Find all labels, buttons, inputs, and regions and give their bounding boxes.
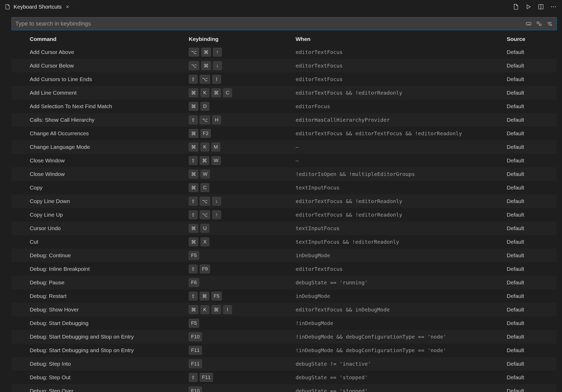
table-row[interactable]: Copy Line Up⇧⌥↑editorTextFocus && !edito… xyxy=(11,208,557,222)
command-cell: Cut xyxy=(30,239,189,245)
table-row[interactable]: Debug: Show Hover⌘K⌘IeditorTextFocus && … xyxy=(11,303,557,316)
col-source[interactable]: Source xyxy=(507,36,557,42)
key-cap: ⌘ xyxy=(189,143,198,151)
svg-point-2 xyxy=(551,6,552,7)
tab-title: Keyboard Shortcuts xyxy=(14,4,62,10)
when-cell: textInputFocus && !editorReadonly xyxy=(296,239,507,245)
col-when[interactable]: When xyxy=(296,36,507,42)
command-cell: Close Window xyxy=(30,171,189,177)
more-icon[interactable] xyxy=(549,3,557,11)
key-cap: K xyxy=(200,143,209,151)
table-row[interactable]: Add Cursor Below⌥⌘↓editorTextFocusDefaul… xyxy=(11,59,557,72)
source-cell: Default xyxy=(507,361,557,367)
key-cap: ⌘ xyxy=(200,292,209,301)
table-row[interactable]: Add Cursors to Line Ends⇧⌥IeditorTextFoc… xyxy=(11,72,557,86)
command-cell: Copy Line Up xyxy=(30,212,189,218)
split-editor-icon[interactable] xyxy=(537,3,545,11)
open-file-icon[interactable] xyxy=(512,3,520,11)
tab-keyboard-shortcuts[interactable]: Keyboard Shortcuts xyxy=(0,0,75,14)
keybinding-cell: ⌘C xyxy=(189,183,296,192)
when-cell: editorTextFocus && !editorReadonly xyxy=(296,212,507,218)
key-cap: ⌥ xyxy=(200,210,210,219)
source-cell: Default xyxy=(507,320,557,326)
keybinding-cell: ⌘W xyxy=(189,170,296,179)
when-cell: editorTextFocus && inDebugMode xyxy=(296,307,507,313)
clear-filter-icon[interactable] xyxy=(546,20,553,27)
command-cell: Debug: Start Debugging xyxy=(30,320,189,326)
table-body: Add Cursor Above⌥⌘↑editorTextFocusDefaul… xyxy=(11,45,557,392)
key-cap: ⌘ xyxy=(189,102,198,111)
keybinding-cell: ⌘K⌘C xyxy=(189,88,296,97)
keybinding-cell: F5 xyxy=(189,251,296,260)
key-cap: F10 xyxy=(189,332,202,341)
table-row[interactable]: Add Line Comment⌘K⌘CeditorTextFocus && !… xyxy=(11,86,557,100)
key-cap: ↑ xyxy=(212,210,221,219)
table-row[interactable]: Add Selection To Next Find Match⌘Deditor… xyxy=(11,100,557,113)
command-cell: Add Cursor Below xyxy=(30,63,189,69)
table-row[interactable]: Debug: Start Debugging and Stop on Entry… xyxy=(11,344,557,357)
table-row[interactable]: Debug: Step Out⇧F11debugState == 'stoppe… xyxy=(11,371,557,384)
key-cap: F2 xyxy=(200,129,211,138)
table-row[interactable]: Cursor Undo⌘UtextInputFocusDefault xyxy=(11,222,557,235)
command-cell: Close Window xyxy=(30,157,189,164)
table-row[interactable]: Debug: Restart⇧⌘F5inDebugModeDefault xyxy=(11,289,557,303)
command-cell: Copy xyxy=(30,185,189,191)
table-row[interactable]: Close Window⌘W!editorIsOpen && !multiple… xyxy=(11,167,557,181)
table-row[interactable]: Copy Line Down⇧⌥↓editorTextFocus && !edi… xyxy=(11,194,557,208)
table-row[interactable]: Add Cursor Above⌥⌘↑editorTextFocusDefaul… xyxy=(11,45,557,59)
source-cell: Default xyxy=(507,144,557,150)
command-cell: Add Cursors to Line Ends xyxy=(30,76,189,82)
keybinding-cell: ⌥⌘↑ xyxy=(189,48,296,57)
table-row[interactable]: Change Language Mode⌘KM—Default xyxy=(11,140,557,154)
key-cap: ⌘ xyxy=(201,48,211,57)
table-row[interactable]: Debug: Start Debugging and Stop on Entry… xyxy=(11,330,557,344)
command-cell: Add Line Comment xyxy=(30,90,189,96)
command-cell: Calls: Show Call Hierarchy xyxy=(30,117,189,123)
table-row[interactable]: Debug: Step IntoF11debugState != 'inacti… xyxy=(11,357,557,371)
table-row[interactable]: Debug: PauseF6debugState == 'running'Def… xyxy=(11,276,557,289)
table-row[interactable]: Calls: Show Call Hierarchy⇧⌥HeditorHasCa… xyxy=(11,113,557,127)
when-cell: debugState != 'inactive' xyxy=(296,361,507,367)
keybinding-cell: ⇧⌥H xyxy=(189,115,296,124)
col-keybinding[interactable]: Keybinding xyxy=(189,36,296,42)
table-row[interactable]: Copy⌘CtextInputFocusDefault xyxy=(11,181,557,194)
when-cell: debugState == 'stopped' xyxy=(296,374,507,381)
table-row[interactable]: Debug: Inline Breakpoint⇧F9editorTextFoc… xyxy=(11,262,557,276)
when-cell: textInputFocus xyxy=(296,225,507,231)
command-cell: Debug: Restart xyxy=(30,293,189,299)
record-keys-icon[interactable] xyxy=(525,20,532,27)
search-input[interactable] xyxy=(15,20,525,27)
col-command[interactable]: Command xyxy=(30,36,189,42)
key-cap: C xyxy=(200,183,209,192)
key-cap: ⌘ xyxy=(189,88,198,97)
keybinding-cell: F10 xyxy=(189,332,296,341)
key-cap: ⌘ xyxy=(189,224,198,233)
source-cell: Default xyxy=(507,225,557,231)
keybinding-cell: ⌘F2 xyxy=(189,129,296,138)
command-cell: Add Cursor Above xyxy=(30,49,189,55)
keybinding-cell: ⌘K⌘I xyxy=(189,305,296,314)
table-row[interactable]: Debug: Step OverF10debugState == 'stoppe… xyxy=(11,384,557,392)
command-cell: Copy Line Down xyxy=(30,198,189,204)
table-row[interactable]: Close Window⇧⌘W—Default xyxy=(11,154,557,167)
source-cell: Default xyxy=(507,63,557,69)
key-cap: ⌘ xyxy=(200,156,209,165)
key-cap: ⌥ xyxy=(200,197,210,206)
when-cell: !inDebugMode && debugConfigurationType =… xyxy=(296,347,507,353)
keybinding-cell: ⇧⌥↓ xyxy=(189,197,296,206)
table-row[interactable]: Debug: Start DebuggingF5!inDebugModeDefa… xyxy=(11,316,557,330)
key-cap: I xyxy=(223,305,232,314)
source-cell: Default xyxy=(507,307,557,313)
run-icon[interactable] xyxy=(524,3,532,11)
search-box[interactable] xyxy=(11,17,557,30)
source-cell: Default xyxy=(507,293,557,299)
keybinding-cell: F6 xyxy=(189,278,296,287)
table-row[interactable]: Change All Occurrences⌘F2editorTextFocus… xyxy=(11,127,557,140)
close-icon[interactable] xyxy=(64,3,71,10)
sort-icon[interactable] xyxy=(536,20,542,27)
key-cap: F5 xyxy=(189,319,199,328)
table-row[interactable]: Cut⌘XtextInputFocus && !editorReadonlyDe… xyxy=(11,235,557,249)
command-cell: Debug: Step Into xyxy=(30,361,189,367)
table-row[interactable]: Debug: ContinueF5inDebugModeDefault xyxy=(11,249,557,262)
when-cell: editorTextFocus && editorTextFocus && !e… xyxy=(296,130,507,137)
